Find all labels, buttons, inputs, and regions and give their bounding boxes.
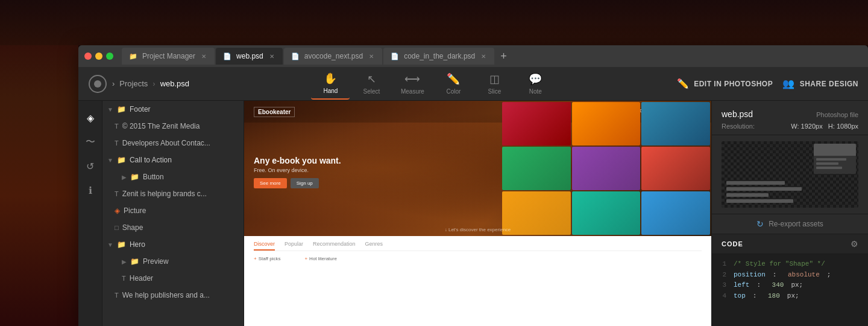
text-icon: T [122,275,126,282]
layer-hero[interactable]: ▼ 📁 Hero [102,236,244,253]
tab-web-psd[interactable]: 📄 web.psd ✕ [216,48,283,65]
maximize-button[interactable] [106,53,113,60]
select-tool[interactable]: ↖ Select [352,68,391,100]
tool-label: Measure [401,88,424,95]
breadcrumb-sep: › [112,79,115,88]
slice-icon: ◫ [489,72,500,86]
tab-code-dark[interactable]: 📄 code_in_the_dark.psd ✕ [383,48,494,65]
recommendation-tab[interactable]: Recommendation [313,241,356,251]
text-icon: T [115,123,119,130]
site-hero: Ebookeater Discover Login Sign up [244,101,711,236]
tab-close-icon[interactable]: ✕ [368,52,375,61]
layer-publishers[interactable]: T We help publishers and a... [102,287,244,304]
layer-helping[interactable]: T Zenit is helping brands c... [102,185,244,202]
re-export-button[interactable]: ↻ Re-export assets [712,214,868,234]
thumb-bar-3 [726,193,769,197]
history-icon[interactable]: ↺ [81,156,100,176]
file-icon: 📄 [391,53,399,60]
re-export-label: Re-export assets [769,220,823,228]
cursor-icon: ↖ [367,72,376,86]
breadcrumb-projects[interactable]: Projects [119,79,148,88]
thumb-bar-1 [726,181,785,185]
tool-label: Color [446,88,461,95]
info-icon[interactable]: ℹ [81,181,100,200]
svg-point-1 [94,80,101,88]
discover-tab[interactable]: Discover [254,241,275,251]
layer-button[interactable]: ▶ 📁 Button [102,168,244,185]
tab-avocode-next[interactable]: 📄 avocode_next.psd ✕ [284,48,382,65]
layer-preview[interactable]: ▶ 📁 Preview [102,253,244,270]
expand-arrow: ▼ [107,106,113,113]
slice-tool[interactable]: ◫ Slice [475,68,514,100]
share-design-button[interactable]: 👥 SHARE DESIGN [782,78,858,89]
genres-tab[interactable]: Genres [365,241,383,251]
canvas-area[interactable]: Ebookeater Discover Login Sign up [244,101,711,326]
layers-icon[interactable]: ◈ [81,108,100,127]
books-grid [501,101,711,236]
folder-icon: 📁 [130,257,139,266]
layer-header[interactable]: T Header [102,270,244,287]
site-logo: Ebookeater [254,107,295,117]
tab-label: web.psd [236,52,263,60]
special-icon: ◈ [115,206,120,215]
layer-copyright[interactable]: T © 2015 The Zenit Media [102,118,244,135]
signup-button[interactable]: Sign up [291,178,319,188]
sidebar-icon-panel: ◈ 〜 ↺ ℹ [78,101,102,326]
popular-tab[interactable]: Popular [285,241,303,251]
code-line-2: 2 position : absolute ; [719,270,861,281]
hero-title: Any e-book you want. [254,155,341,166]
share-icon: 👥 [782,78,795,89]
app-logo [88,74,107,94]
layer-cta[interactable]: ▼ 📁 Call to Action [102,152,244,168]
layer-picture[interactable]: ◈ Picture [102,202,244,219]
layer-name: Button [143,173,164,181]
settings-icon[interactable]: ⚙ [851,239,858,249]
expand-arrow: ▼ [107,157,113,164]
tab-close-icon[interactable]: ✕ [200,52,207,61]
text-icon: T [115,292,119,299]
layer-developers[interactable]: T Developers About Contac... [102,135,244,152]
tab-project-manager[interactable]: 📁 Project Manager ✕ [122,48,215,65]
tab-close-icon[interactable]: ✕ [268,52,275,61]
main-layout: ◈ 〜 ↺ ℹ ▼ 📁 Footer T © 2015 The Zenit Me… [78,101,868,326]
book-3 [641,102,710,145]
layer-footer[interactable]: ▼ 📁 Footer [102,101,244,118]
note-icon: 💬 [529,72,542,86]
code-line-1: 1 /* Style for "Shape" */ [719,259,861,270]
color-tool[interactable]: ✏️ Color [434,68,473,100]
close-button[interactable] [84,53,92,60]
layer-name: Footer [130,105,151,113]
see-more-button[interactable]: See more [254,178,287,188]
minimize-button[interactable] [95,53,102,60]
code-line-3: 3 left : 340 px; [719,280,861,291]
book-1 [502,102,571,145]
folder-icon: 📁 [117,240,126,249]
hero-text: Any e-book you want. Free. On every devi… [254,155,341,188]
toolbar: › Projects › web.psd ✋ Hand ↖ Select ⟷ M… [78,67,868,101]
canvas-content: Ebookeater Discover Login Sign up [244,101,711,326]
file-type: Photoshop file [816,111,858,118]
file-info-header: web.psd Photoshop file Resolution: W: 19… [712,101,868,135]
dot-icon: + [304,256,307,261]
note-tool[interactable]: 💬 Note [516,68,555,100]
tab-bar: 📁 Project Manager ✕ 📄 web.psd ✕ 📄 avocod… [78,45,868,67]
window-controls [84,53,113,60]
thumb-preview-inner [814,144,856,174]
hand-tool[interactable]: ✋ Hand [311,68,350,100]
tool-label: Slice [488,88,502,95]
new-tab-button[interactable]: + [495,51,512,62]
layer-name: Hero [130,240,145,249]
tab-close-icon[interactable]: ✕ [480,52,487,61]
site-tabs: Discover Popular Recommendation Genres [254,241,702,251]
activity-icon[interactable]: 〜 [81,132,100,152]
tool-label: Hand [323,88,338,94]
book-6 [641,147,710,190]
hot-literature-link: +Hot literature [304,256,336,261]
layer-shape[interactable]: □ Shape [102,219,244,236]
edit-icon: ✏️ [677,78,690,89]
share-label: SHARE DESIGN [800,80,858,88]
hero-buttons: See more Sign up [254,178,341,188]
code-section: CODE ⚙ 1 /* Style for "Shape" */ 2 posit… [712,234,868,326]
measure-tool[interactable]: ⟷ Measure [393,68,432,100]
edit-photoshop-button[interactable]: ✏️ EDIT IN PHOTOSHOP [677,78,773,89]
